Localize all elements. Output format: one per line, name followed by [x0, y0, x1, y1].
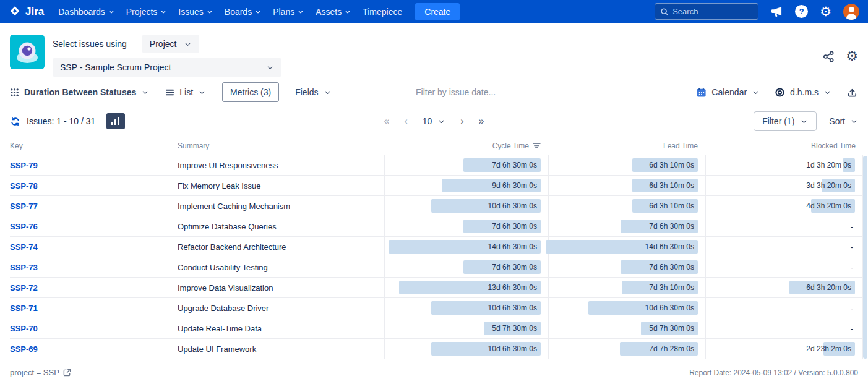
- chart-view-toggle[interactable]: [106, 113, 125, 129]
- lead-time-cell: 7d 6h 30m 0s: [548, 216, 705, 236]
- pager: « ‹ 10 › »: [384, 116, 484, 126]
- issue-key-link[interactable]: SSP-76: [10, 222, 38, 231]
- search-input[interactable]: [672, 7, 753, 16]
- duration-value: 10d 6h 30m 0s: [488, 202, 537, 210]
- nav-search[interactable]: [655, 3, 758, 20]
- issue-key-link[interactable]: SSP-73: [10, 263, 38, 272]
- calendar-select[interactable]: Calendar: [696, 87, 760, 98]
- jira-logo[interactable]: Jira: [9, 6, 44, 18]
- nav-item-label: Timepiece: [363, 7, 402, 17]
- blocked-time-cell: -: [705, 318, 863, 338]
- blocked-time-cell: 3d 3h 20m 0s: [705, 176, 863, 195]
- cycle-time-cell: 5d 7h 30m 0s: [384, 318, 548, 338]
- table-row: SSP-76Optimize Database Queries7d 6h 30m…: [10, 216, 863, 237]
- calendar-label: Calendar: [711, 87, 747, 97]
- blocked-time-cell: 4d 3h 20m 0s: [705, 196, 863, 216]
- issue-key-link[interactable]: SSP-79: [10, 161, 38, 170]
- duration-value: 14d 6h 30m 0s: [488, 242, 537, 251]
- summary-cell: Update Real-Time Data: [178, 324, 384, 333]
- report-query: project = SSP: [10, 368, 71, 377]
- issue-selectors: Select issues using Project SSP - Sample…: [53, 35, 281, 77]
- column-header-key[interactable]: Key: [10, 142, 178, 150]
- project-select[interactable]: SSP - Sample Scrum Project: [53, 58, 281, 77]
- announcements-icon[interactable]: [770, 6, 783, 17]
- nav-item-timepiece[interactable]: Timepiece: [357, 2, 408, 22]
- chevron-down-icon: [800, 117, 808, 126]
- cycle-time-cell: 14d 6h 30m 0s: [384, 237, 548, 257]
- user-avatar[interactable]: [843, 4, 859, 20]
- key-cell: SSP-79: [10, 161, 178, 170]
- blocked-time-header-label: Blocked Time: [811, 142, 856, 150]
- grid-icon: [10, 88, 19, 97]
- timepiece-app-icon: [10, 35, 45, 69]
- column-header-cycle-time[interactable]: Cycle Time: [384, 142, 548, 150]
- nav-item-issues[interactable]: Issues: [173, 2, 218, 22]
- cycle-time-cell: 10d 6h 30m 0s: [384, 298, 548, 318]
- cycle-time-cell: 7d 6h 30m 0s: [384, 257, 548, 277]
- blocked-time-cell: -: [705, 298, 863, 318]
- nav-item-boards[interactable]: Boards: [219, 2, 267, 22]
- column-header-lead-time[interactable]: Lead Time: [548, 142, 705, 150]
- duration-value: 6d 3h 10m 0s: [649, 181, 694, 190]
- metrics-button[interactable]: Metrics (3): [222, 82, 279, 102]
- lead-time-cell: 6d 3h 10m 0s: [548, 155, 705, 175]
- table-row: SSP-71Upgrade Database Driver10d 6h 30m …: [10, 298, 863, 318]
- next-page-button[interactable]: ›: [460, 116, 463, 126]
- issue-key-link[interactable]: SSP-72: [10, 283, 38, 292]
- cycle-time-header-label: Cycle Time: [492, 142, 529, 150]
- issue-key-link[interactable]: SSP-70: [10, 324, 38, 333]
- issue-key-link[interactable]: SSP-78: [10, 181, 38, 190]
- nav-menu: DashboardsProjectsIssuesBoardsPlansAsset…: [53, 2, 408, 22]
- external-link-icon[interactable]: [63, 369, 71, 377]
- last-page-button[interactable]: »: [479, 116, 484, 126]
- first-page-button[interactable]: «: [384, 116, 389, 126]
- vertical-scrollbar[interactable]: [863, 156, 867, 359]
- column-header-blocked-time[interactable]: Blocked Time: [705, 142, 863, 150]
- create-button[interactable]: Create: [415, 3, 460, 20]
- share-icon[interactable]: [822, 50, 835, 63]
- settings-icon[interactable]: ⚙: [820, 5, 831, 18]
- empty-value: -: [851, 263, 853, 272]
- chevron-down-icon: [297, 8, 304, 15]
- nav-item-label: Dashboards: [58, 7, 105, 17]
- issue-key-link[interactable]: SSP-74: [10, 242, 38, 252]
- issue-key-link[interactable]: SSP-69: [10, 344, 38, 354]
- issue-date-filter-input[interactable]: Filter by issue date...: [416, 87, 496, 97]
- report-type-select[interactable]: Duration Between Statuses: [10, 87, 149, 97]
- issue-key-link[interactable]: SSP-77: [10, 202, 38, 211]
- calendar-icon: [696, 87, 707, 98]
- target-icon: [775, 87, 785, 98]
- nav-right: ? ⚙: [655, 3, 859, 20]
- table-row: SSP-77Implement Caching Mechanism10d 6h …: [10, 196, 863, 216]
- pagination-left: Issues: 1 - 10 / 31: [10, 113, 125, 129]
- summary-cell: Fix Memory Leak Issue: [178, 181, 384, 190]
- filter-button[interactable]: Filter (1): [754, 111, 817, 131]
- nav-item-dashboards[interactable]: Dashboards: [53, 2, 121, 22]
- lead-time-cell: 7d 7h 28m 0s: [548, 339, 705, 359]
- issue-key-link[interactable]: SSP-71: [10, 304, 38, 313]
- fields-select[interactable]: Fields: [295, 87, 331, 97]
- issue-source-select[interactable]: Project: [142, 35, 200, 53]
- help-icon[interactable]: ?: [795, 5, 808, 18]
- empty-value: -: [851, 304, 853, 313]
- page-size-select[interactable]: 10: [423, 116, 446, 126]
- report-settings-icon[interactable]: ⚙: [846, 49, 858, 63]
- nav-item-plans[interactable]: Plans: [267, 2, 310, 22]
- refresh-icon[interactable]: [10, 116, 20, 127]
- duration-value: 7d 6h 30m 0s: [649, 263, 694, 271]
- duration-value: 6d 3h 20m 0s: [806, 283, 851, 292]
- key-cell: SSP-70: [10, 324, 178, 333]
- time-format-select[interactable]: d.h.m.s: [775, 87, 831, 98]
- nav-item-projects[interactable]: Projects: [121, 2, 173, 22]
- export-icon[interactable]: [846, 87, 858, 98]
- view-mode-select[interactable]: List: [165, 87, 206, 97]
- empty-value: -: [851, 242, 853, 252]
- sort-button[interactable]: Sort: [829, 116, 858, 126]
- prev-page-button[interactable]: ‹: [404, 116, 407, 126]
- nav-item-label: Plans: [273, 7, 294, 17]
- column-header-summary[interactable]: Summary: [178, 142, 384, 150]
- page-size-value: 10: [423, 116, 432, 126]
- duration-value: 7d 6h 30m 0s: [492, 222, 537, 231]
- lead-time-cell: 6d 3h 10m 0s: [548, 176, 705, 195]
- nav-item-assets[interactable]: Assets: [310, 2, 357, 22]
